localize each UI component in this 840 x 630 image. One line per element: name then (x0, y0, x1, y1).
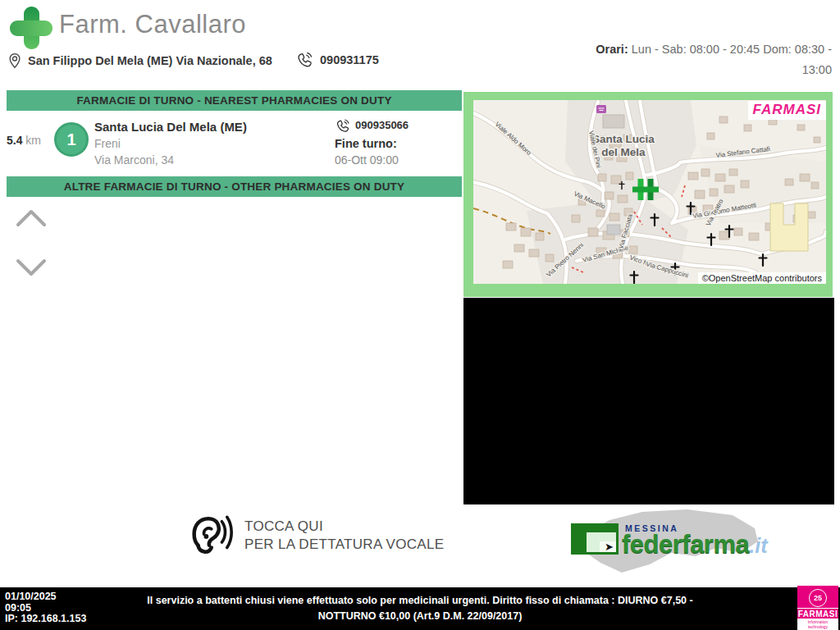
pharmacy-entry: 5.4 km 1 Santa Lucia Del Mela (ME) Freni… (7, 111, 462, 176)
video-area (463, 298, 834, 504)
footer-bar: 01/10/2025 09:05 IP: 192.168.1.153 Il se… (0, 587, 840, 630)
distance: 5.4 km (7, 134, 41, 147)
end-of-duty-time: 06-Ott 09:00 (335, 152, 409, 168)
entry-street: Via Marconi, 34 (94, 152, 247, 168)
kiosk-screen: Farm. Cavallaro San Filippo Del Mela (ME… (0, 0, 840, 630)
pharmacy-address: San Filippo Del Mela (ME) Via Nazionale,… (28, 54, 272, 67)
distance-value: 5.4 (7, 134, 22, 147)
distance-unit: km (25, 134, 41, 147)
nearest-pharmacies-header-bar: FARMACIE DI TURNO - NEAREST PHARMACIES O… (7, 90, 462, 111)
pharmacy-phone-row: 090931175 (295, 51, 379, 69)
map-image: Santa Lucia del Mela Viale Aldo Moro Via… (473, 100, 826, 284)
footer-notice: Il servizio a battenti chiusi viene effe… (125, 593, 715, 624)
farmasi-map-watermark: FARMASI (748, 101, 827, 120)
farmasi-25-badge: 25 (809, 589, 827, 607)
page-title: Farm. Cavallaro (59, 10, 246, 39)
svg-text:del Mela: del Mela (601, 146, 646, 158)
pharmacy-phone: 090931175 (320, 53, 379, 66)
end-of-duty-label: Fine turno: (335, 135, 409, 152)
pharmacy-address-row: San Filippo Del Mela (ME) Via Nazionale,… (7, 52, 272, 69)
svg-text:Santa Lucia: Santa Lucia (592, 133, 655, 145)
pharmacy-cross-logo (8, 5, 54, 51)
other-pharmacies-header: ALTRE FARMACIE DI TURNO - OTHER PHARMACI… (64, 180, 405, 193)
footer-time: 09:05 (5, 603, 86, 614)
footer-ip: IP: 192.168.1.153 (5, 614, 86, 625)
nearest-pharmacies-header: FARMACIE DI TURNO - NEAREST PHARMACIES O… (76, 94, 391, 107)
osm-attribution: ©OpenStreetMap contributors (698, 272, 826, 284)
federfarma-mark-icon: ➤ (571, 523, 619, 555)
scroll-up-button[interactable] (15, 207, 48, 230)
opening-hours-value: Lun - Sab: 08:00 - 20:45 Dom: 08:30 - 13… (632, 43, 832, 76)
phone-icon (295, 51, 313, 69)
other-pharmacies-header-bar: ALTRE FARMACIE DI TURNO - OTHER PHARMACI… (7, 176, 462, 197)
entry-name: Santa Lucia Del Mela (ME) (94, 119, 247, 135)
opening-hours-label: Orari: (596, 43, 628, 56)
entry-phone: 090935066 (355, 117, 409, 134)
location-pin-icon (7, 52, 23, 69)
farmasi-tagline: information technology (797, 619, 838, 630)
phone-icon (335, 118, 350, 134)
map-container: Santa Lucia del Mela Viale Aldo Moro Via… (463, 92, 833, 297)
farmasi-footer-logo: 25 FARMASI information technology (797, 586, 838, 630)
footer-system-info: 01/10/2025 09:05 IP: 192.168.1.153 (5, 591, 86, 625)
entry-locality: Freni (94, 135, 247, 152)
federfarma-wordmark: federfarma (622, 530, 749, 559)
rank-badge: 1 (54, 122, 89, 157)
opening-hours: Orari: Lun - Sab: 08:00 - 20:45 Dom: 08:… (571, 39, 832, 80)
ear-listening-icon (185, 510, 233, 561)
federfarma-logo: ➤ MESSINA federfarma.it (564, 505, 761, 579)
footer-date: 01/10/2025 (5, 591, 86, 603)
shop-poi-icon (596, 105, 606, 113)
voice-dictation-button[interactable]: TOCCA QUI PER LA DETTATURA VOCALE (185, 510, 444, 561)
scroll-down-button[interactable] (15, 256, 48, 279)
federfarma-tld: .it (749, 534, 767, 557)
voice-dictation-label: TOCCA QUI PER LA DETTATURA VOCALE (244, 518, 444, 554)
map-canvas: Santa Lucia del Mela Viale Aldo Moro Via… (473, 100, 826, 284)
